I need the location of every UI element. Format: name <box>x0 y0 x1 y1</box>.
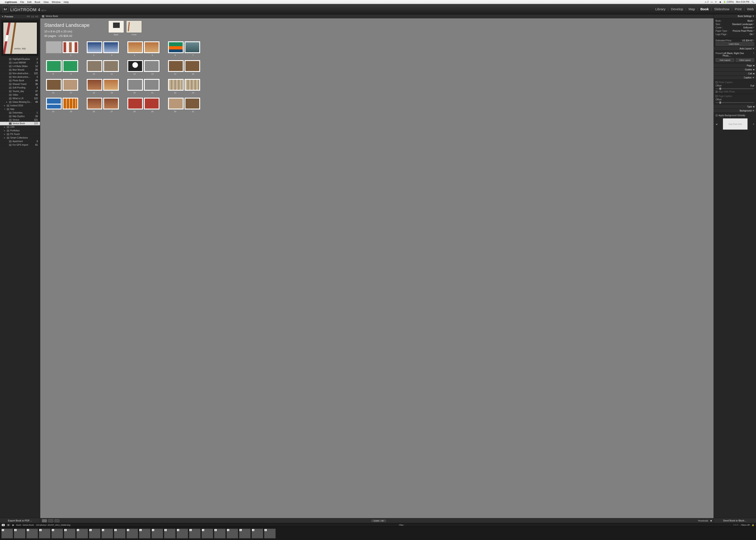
wifi-icon[interactable]: ⚞ <box>715 1 717 3</box>
filmstrip-thumb[interactable]: 1 <box>152 529 163 538</box>
menu-view[interactable]: View <box>43 1 49 3</box>
auto-layout-header[interactable]: Auto Layout▼ <box>714 47 756 51</box>
page-thumb[interactable] <box>144 79 160 91</box>
preview-panel-header[interactable]: ▼ Preview FIT 1:1 4:1 <box>0 14 40 19</box>
zoom-fit[interactable]: FIT <box>27 15 30 18</box>
filmstrip-thumb[interactable]: 1 <box>139 529 151 538</box>
collection-row[interactable]: For GPS Import61 <box>0 143 40 147</box>
preset-value[interactable]: Left Blank, Right One Photo,… <box>723 52 753 57</box>
menu-file[interactable]: File <box>20 1 24 3</box>
filmstrip-thumb[interactable]: 1 <box>177 529 188 538</box>
background-header[interactable]: Background▼ <box>714 109 756 113</box>
offset-slider-2[interactable] <box>715 102 754 103</box>
page-thumb[interactable] <box>144 41 160 54</box>
bg-next-icon[interactable]: ▾ <box>753 123 754 125</box>
module-map[interactable]: Map <box>689 7 695 11</box>
type-header[interactable]: Type◀ <box>714 105 756 109</box>
filmstrip-thumb[interactable]: 1 <box>26 529 38 538</box>
collection-row[interactable]: Apartment3 <box>0 140 40 143</box>
cell-header[interactable]: Cell◀ <box>714 72 756 76</box>
filmstrip-thumb[interactable]: 1 <box>89 529 100 538</box>
filmstrip-thumb[interactable]: 1 <box>164 529 176 538</box>
module-develop[interactable]: Develop <box>671 7 683 11</box>
display-icon[interactable]: ▭ <box>711 1 713 3</box>
notification-icon[interactable]: ⚠ 2 <box>704 1 708 3</box>
zoom-1-1[interactable]: 1:1 <box>31 15 34 18</box>
filmstrip-thumb[interactable]: 1 <box>52 529 63 538</box>
collection-row[interactable]: Italy Dyptics15 <box>0 115 40 118</box>
page-thumb[interactable] <box>103 60 119 72</box>
page-thumb[interactable] <box>168 60 184 72</box>
collection-row[interactable]: Venice121 <box>0 118 40 122</box>
page-thumb[interactable] <box>103 41 119 54</box>
setting-value[interactable]: Softcover <box>743 26 753 29</box>
page-thumb[interactable] <box>184 60 200 72</box>
collection-row[interactable]: Dolomites1 <box>0 111 40 115</box>
filmstrip-thumb[interactable]: 1 <box>126 529 138 538</box>
page-thumb[interactable] <box>184 97 200 110</box>
grid-icon[interactable]: ▦ <box>12 524 14 526</box>
collection-row[interactable]: Non-destructive…3 <box>0 75 40 79</box>
collection-row[interactable]: Soft Proofing3 <box>0 86 40 89</box>
back-cover-thumb[interactable] <box>108 21 124 33</box>
collection-row[interactable]: Non-destructive…122 <box>0 72 40 75</box>
page-thumb[interactable] <box>86 97 102 110</box>
preview-thumbnail[interactable]: venice, italy <box>1 20 39 56</box>
view-grid-button[interactable] <box>42 519 47 522</box>
filmstrip-thumb[interactable]: 1 <box>264 529 276 538</box>
offset-slider[interactable] <box>715 88 754 89</box>
collection-row[interactable]: ▼Italy <box>0 107 40 111</box>
collection-row[interactable]: ▶LR4 <box>0 125 40 129</box>
filmstrip-thumb[interactable]: 1 <box>214 529 226 538</box>
menu-book[interactable]: Book <box>35 1 40 3</box>
auto-layout-button[interactable]: Auto Layout <box>715 58 734 62</box>
filmstrip-thumb[interactable]: 1 <box>189 529 200 538</box>
filmstrip-thumb[interactable]: 1 <box>114 529 126 538</box>
filmstrip-thumb[interactable]: 1 <box>252 529 263 538</box>
page-thumb[interactable] <box>144 97 160 110</box>
filmstrip-thumb[interactable]: 1 <box>39 529 51 538</box>
monitor-2-button[interactable]: 2 <box>7 524 10 526</box>
send-to-blurb-button[interactable]: Send Book to Blurb… <box>714 518 756 523</box>
collection-row[interactable]: Venice Book123 <box>0 122 40 125</box>
page-thumb[interactable] <box>62 97 78 110</box>
page-thumb[interactable] <box>86 41 102 54</box>
collection-row[interactable]: ▶Smart Collections <box>0 136 40 140</box>
thumbnails-slider-handle[interactable] <box>710 520 712 521</box>
collection-row[interactable]: ▶Portfolios <box>0 129 40 132</box>
filmstrip-thumb[interactable]: 1 <box>64 529 75 538</box>
clear-layout-button[interactable]: Clear Layout <box>736 58 754 62</box>
page-thumb[interactable] <box>127 41 143 54</box>
page-thumb[interactable] <box>86 60 102 72</box>
collection-row[interactable]: ▶Iceland 2010 <box>0 104 40 107</box>
page-thumb[interactable] <box>62 60 78 72</box>
menu-window[interactable]: Window <box>52 1 61 3</box>
export-pdf-button[interactable]: Export Book to PDF… <box>0 518 40 523</box>
page-thumb[interactable] <box>127 79 143 91</box>
view-single-button[interactable] <box>55 519 60 522</box>
collection-row[interactable]: Tourist_day37 <box>0 89 40 93</box>
menu-edit[interactable]: Edit <box>27 1 32 3</box>
page-thumb[interactable] <box>168 41 184 54</box>
page-thumb[interactable] <box>46 79 62 91</box>
module-print[interactable]: Print <box>735 7 742 11</box>
filmstrip[interactable]: 1111111111111111111111 <box>0 527 756 540</box>
front-cover-thumb[interactable] <box>126 21 142 33</box>
menu-help[interactable]: Help <box>64 1 69 3</box>
page-thumb[interactable] <box>86 79 102 91</box>
page-thumb[interactable] <box>184 41 200 54</box>
battery-icon[interactable]: 🔋 (100%) <box>723 1 734 3</box>
page-thumb[interactable] <box>62 41 78 54</box>
setting-value[interactable]: Blurb <box>747 20 753 22</box>
page-thumb[interactable] <box>62 79 78 91</box>
page-thumb[interactable] <box>103 79 119 91</box>
view-spread-button[interactable] <box>48 519 53 522</box>
setting-value[interactable]: On <box>750 33 753 36</box>
volume-icon[interactable]: ◀ <box>719 1 721 3</box>
page-thumb[interactable] <box>127 60 143 72</box>
module-web[interactable]: Web <box>747 7 754 11</box>
collection-row[interactable]: ▶PS Touch <box>0 132 40 136</box>
setting-value[interactable]: Standard Landscape <box>732 23 753 26</box>
collection-row[interactable]: Video40 <box>0 93 40 97</box>
module-book[interactable]: Book <box>700 7 709 11</box>
